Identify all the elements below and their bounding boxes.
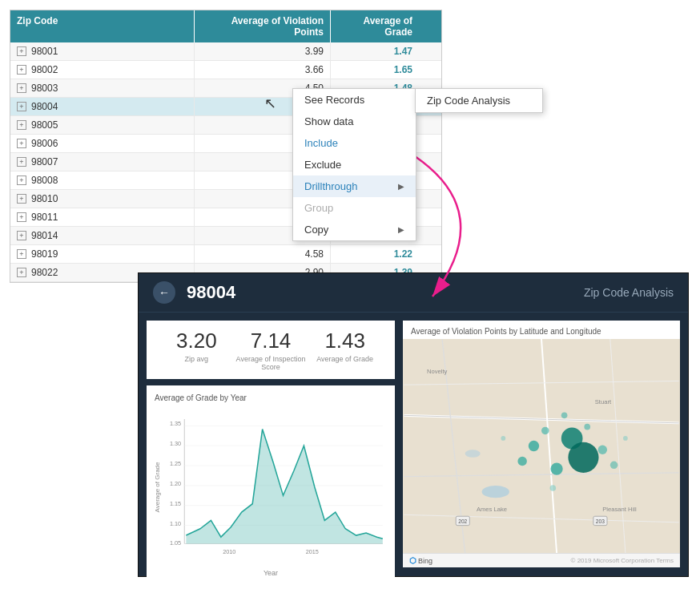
zip-value: 98006 <box>31 138 58 149</box>
zip-value: 98007 <box>31 156 58 167</box>
svg-text:1.05: 1.05 <box>170 540 181 547</box>
table-row[interactable]: + 98001 3.99 1.47 <box>10 42 441 61</box>
menu-item-drillthrough[interactable]: Drillthrough ▶ <box>293 175 416 197</box>
grade-year-chart: Average of Grade by Year Average of Grad… <box>147 385 395 585</box>
svg-text:Stuart: Stuart <box>595 398 612 405</box>
zip-value: 98002 <box>31 64 58 75</box>
svg-text:Pleasant Hill: Pleasant Hill <box>602 506 637 513</box>
td-zipcode: + 98019 <box>10 245 195 263</box>
td-zipcode: + 98003 <box>10 79 195 97</box>
svg-point-44 <box>561 413 568 419</box>
copy-arrow: ▶ <box>398 225 404 234</box>
td-grade: 1.65 <box>331 61 419 79</box>
expand-icon[interactable]: + <box>17 83 26 93</box>
stat-grade-value: 1.43 <box>308 329 382 353</box>
expand-icon[interactable]: + <box>17 212 26 222</box>
td-violation: 4.58 <box>195 245 331 263</box>
context-menu: See Records Show data Include Exclude Dr… <box>292 88 416 241</box>
drillthrough-submenu: Zip Code Analysis <box>415 88 543 113</box>
svg-point-39 <box>568 442 598 473</box>
stat-inspection: 7.14 Average of Inspection Score <box>234 329 308 371</box>
svg-point-43 <box>584 424 590 430</box>
expand-icon[interactable]: + <box>17 139 26 148</box>
svg-point-46 <box>610 462 618 470</box>
td-zipcode: + 98004 <box>10 98 195 115</box>
map-panel: Average of Violation Points by Latitude … <box>403 321 680 567</box>
panel-title: Zip Code Analysis <box>584 286 674 299</box>
menu-item-group: Group <box>293 197 416 219</box>
expand-icon[interactable]: + <box>17 268 26 277</box>
svg-text:2015: 2015 <box>306 548 319 555</box>
table-row[interactable]: + 98002 3.66 1.65 <box>10 61 441 79</box>
td-zipcode: + 98007 <box>10 153 195 171</box>
stat-inspection-label: Average of Inspection Score <box>234 355 308 371</box>
map-svg: Novelty Stuart Ames Lake Pleasant Hill 2… <box>403 339 680 553</box>
zip-value: 98014 <box>31 230 58 241</box>
menu-item-include[interactable]: Include <box>293 132 416 154</box>
expand-icon[interactable]: + <box>17 175 26 185</box>
zip-value: 98008 <box>31 175 58 186</box>
chart-area: Average of Grade 1.05 1.10 1.15 1.20 1.2… <box>155 407 387 567</box>
td-zipcode: + 98002 <box>10 61 195 79</box>
menu-item-exclude[interactable]: Exclude <box>293 154 416 175</box>
expand-icon[interactable]: + <box>17 102 26 111</box>
y-axis-label: Average of Grade <box>154 462 161 513</box>
bottom-panel: ← 98004 Zip Code Analysis 3.20 Zip avg 7… <box>138 272 689 577</box>
td-zipcode: + 98010 <box>10 190 195 208</box>
svg-text:Ames Lake: Ames Lake <box>477 506 507 513</box>
zip-value: 98005 <box>31 119 58 131</box>
svg-point-42 <box>541 427 549 435</box>
stat-inspection-value: 7.14 <box>234 329 308 353</box>
svg-point-48 <box>517 457 526 466</box>
svg-text:1.25: 1.25 <box>170 460 181 467</box>
zip-value: 98019 <box>31 248 58 260</box>
expand-icon[interactable]: + <box>17 194 26 204</box>
td-zipcode: + 98011 <box>10 208 195 226</box>
panel-zip-code: 98004 <box>187 282 584 303</box>
td-zipcode: + 98005 <box>10 116 195 134</box>
svg-text:2010: 2010 <box>223 548 235 555</box>
expand-icon[interactable]: + <box>17 231 26 240</box>
back-button[interactable]: ← <box>153 281 175 304</box>
map-copyright: © 2019 Microsoft Corporation Terms <box>571 557 674 564</box>
stat-zip-avg-value: 3.20 <box>159 329 234 353</box>
table-header: Zip Code Average of Violation Points Ave… <box>10 10 441 42</box>
expand-icon[interactable]: + <box>17 46 26 56</box>
svg-point-40 <box>550 462 562 474</box>
td-grade: 1.47 <box>331 42 419 60</box>
td-zipcode: + 98008 <box>10 171 195 189</box>
stat-zip-avg-label: Zip avg <box>159 355 234 363</box>
zip-value: 98001 <box>31 46 58 57</box>
svg-point-47 <box>549 485 556 491</box>
zip-value: 98022 <box>31 267 58 278</box>
left-column: 3.20 Zip avg 7.14 Average of Inspection … <box>147 321 395 567</box>
bing-logo: ⬡ Bing <box>409 556 432 565</box>
col-header-violation: Average of Violation Points <box>195 10 331 42</box>
zip-value: 98010 <box>31 193 58 204</box>
svg-text:1.20: 1.20 <box>170 480 181 487</box>
td-zipcode: + 98014 <box>10 227 195 244</box>
td-grade: 1.22 <box>331 245 419 263</box>
expand-icon[interactable]: + <box>17 157 26 167</box>
svg-text:203: 203 <box>596 518 605 524</box>
menu-item-see-records[interactable]: See Records <box>293 89 416 111</box>
expand-icon[interactable]: + <box>17 249 26 259</box>
menu-item-show-data[interactable]: Show data <box>293 111 416 132</box>
svg-text:202: 202 <box>458 518 467 524</box>
svg-text:Novelty: Novelty <box>427 368 448 375</box>
svg-point-49 <box>501 436 505 441</box>
expand-icon[interactable]: + <box>17 120 26 130</box>
td-violation: 3.66 <box>195 61 331 79</box>
drillthrough-zip-analysis[interactable]: Zip Code Analysis <box>416 89 542 112</box>
table-row[interactable]: + 98019 4.58 1.22 <box>10 245 441 264</box>
stat-grade: 1.43 Average of Grade <box>308 329 382 371</box>
svg-text:1.10: 1.10 <box>170 520 181 527</box>
drillthrough-arrow: ▶ <box>398 182 404 191</box>
map-title: Average of Violation Points by Latitude … <box>403 321 680 339</box>
expand-icon[interactable]: + <box>17 65 26 75</box>
panel-header: ← 98004 Zip Code Analysis <box>139 273 688 313</box>
svg-point-45 <box>529 441 539 451</box>
zip-value: 98004 <box>31 101 58 112</box>
menu-item-copy[interactable]: Copy ▶ <box>293 219 416 240</box>
svg-point-21 <box>465 450 481 458</box>
